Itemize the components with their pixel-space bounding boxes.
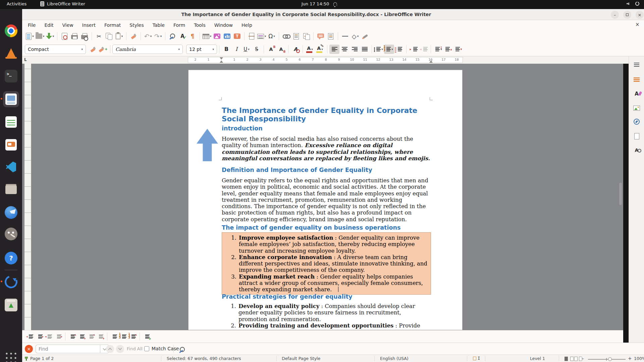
heading-definition[interactable]: Definition and Importance of Gender Equa… — [222, 167, 433, 173]
promote-with-subpoints-button[interactable]: ◂ — [44, 332, 54, 341]
find-all-button[interactable]: Find All — [127, 346, 143, 351]
dock-item-files[interactable] — [3, 182, 19, 198]
dock-item-chrome[interactable] — [3, 23, 19, 39]
italic-button[interactable]: I — [231, 45, 241, 54]
dock-item-show-applications[interactable] — [3, 350, 19, 362]
freeform-line-button[interactable] — [360, 32, 370, 41]
ordered-list-button[interactable]: 1 2 3▾ — [384, 45, 394, 54]
scrollbar-thumb[interactable] — [619, 183, 622, 205]
align-center-button[interactable] — [339, 45, 350, 54]
dock-item-libreoffice-calc[interactable] — [3, 114, 19, 130]
chevron-down-icon[interactable]: ▾ — [265, 35, 266, 38]
menu-item[interactable]: Table — [148, 21, 169, 29]
bookmark-button[interactable] — [291, 32, 301, 41]
spelling-button[interactable]: A✓ — [177, 32, 187, 41]
ruler-strip[interactable]: 21 123456789101112131415161718 — [188, 57, 463, 63]
horizontal-line-button[interactable] — [340, 32, 350, 41]
zoom-slider[interactable] — [588, 359, 626, 360]
cut-button[interactable]: ✂ — [94, 32, 104, 41]
decrease-paragraph-spacing-button[interactable]: ▾ — [453, 45, 463, 54]
copy-button[interactable] — [104, 32, 114, 41]
language-field[interactable]: English (USA) — [380, 356, 409, 361]
align-right-button[interactable] — [350, 45, 360, 54]
vertical-scrollbar[interactable] — [619, 64, 623, 330]
find-input[interactable] — [36, 345, 100, 353]
font-name-combo[interactable]: Cambria ▾ — [112, 45, 183, 54]
dock-item-thunderbird[interactable] — [3, 204, 19, 221]
list-item[interactable]: Develop an equality policy : Companies s… — [238, 303, 431, 322]
horizontal-ruler[interactable]: L 21 123456789101112131415161718 — [22, 56, 644, 64]
list-item[interactable]: Improve employee satisfaction : Gender e… — [238, 235, 431, 254]
bullets-numbering-dialog-button[interactable]: + — [142, 332, 151, 341]
system-status-menu[interactable] — [627, 2, 639, 6]
move-down-with-subpoints-button[interactable]: ▾ — [96, 332, 105, 341]
window-title-bar[interactable]: The Importance of Gender Equality in Cor… — [22, 9, 644, 20]
insert-unnumbered-entry-button[interactable] — [109, 332, 119, 341]
demote-outline-button[interactable]: ▸ — [35, 332, 44, 341]
strikethrough-button[interactable]: S — [252, 45, 262, 54]
find-next-button[interactable] — [116, 345, 124, 353]
zoom-slider-knob[interactable] — [608, 357, 612, 361]
redo-button[interactable]: ↷▾ — [153, 32, 163, 41]
first-line-indent-marker[interactable] — [220, 57, 223, 60]
line-spacing-button[interactable]: ↕▾ — [433, 45, 443, 54]
special-character-button[interactable]: Ω▾ — [267, 32, 277, 41]
demote-with-subpoints-button[interactable]: ▸ — [54, 332, 63, 341]
close-document-icon[interactable]: × — [635, 21, 640, 27]
document-view[interactable]: The Importance of Gender Equality in Cor… — [22, 64, 623, 330]
undo-button[interactable]: ↶▾ — [143, 32, 153, 41]
bold-button[interactable]: B — [221, 45, 231, 54]
menu-item[interactable]: Window — [210, 21, 237, 29]
impact-list[interactable]: Improve employee satisfaction : Gender e… — [222, 235, 431, 293]
increase-paragraph-spacing-button[interactable]: ▴ — [443, 45, 453, 54]
chevron-down-icon[interactable]: ▾ — [81, 48, 83, 51]
word-count-field[interactable]: Selected: 67 words, 490 characters — [167, 356, 241, 361]
export-pdf-button[interactable] — [59, 32, 69, 41]
chevron-down-icon[interactable]: ▾ — [357, 35, 359, 38]
chevron-down-icon[interactable]: ▾ — [53, 35, 54, 38]
chevron-down-icon[interactable]: ▾ — [248, 48, 250, 51]
sidebar-gallery-button[interactable] — [632, 104, 641, 112]
font-size-combo[interactable]: 12 pt ▾ — [186, 45, 217, 54]
sidebar-styles-button[interactable]: A — [632, 89, 641, 98]
superscript-button[interactable]: AB — [266, 45, 276, 54]
move-down-button[interactable]: ▾ — [77, 332, 86, 341]
repeat-numbering-button[interactable]: 1 2 3 — [119, 332, 128, 341]
sidebar-properties-button[interactable] — [632, 75, 641, 84]
subscript-button[interactable]: AB — [276, 45, 286, 54]
match-case-checkbox[interactable] — [144, 346, 149, 351]
paragraph-style-combo[interactable]: Compact ▾ — [25, 45, 86, 54]
menu-item[interactable]: Help — [237, 21, 257, 29]
move-up-button[interactable]: ▴ — [67, 332, 77, 341]
focused-app-menu[interactable]: LibreOffice Writer — [40, 1, 85, 6]
single-page-view-button[interactable] — [565, 357, 568, 361]
minimize-button[interactable]: – — [611, 11, 619, 19]
sidebar-style-inspector-button[interactable]: A — [632, 146, 641, 155]
new-document-button[interactable]: ▾ — [25, 32, 35, 41]
basic-shapes-button[interactable]: ◇▾ — [350, 32, 360, 41]
list-item[interactable]: Enhance corporate innovation : A diverse… — [238, 254, 431, 274]
up-arrow-shape[interactable] — [197, 129, 218, 161]
dock-item-libreoffice-writer[interactable] — [3, 91, 19, 107]
paragraph-definition[interactable]: Gender equality refers to the equal righ… — [222, 177, 433, 223]
heading-introduction[interactable]: introduction — [222, 125, 433, 132]
multi-page-view-button[interactable] — [570, 357, 574, 361]
promote-outline-button[interactable]: ◂ — [25, 332, 35, 341]
insert-chart-button[interactable] — [222, 32, 232, 41]
heading-practical[interactable]: Practical strategies for gender equality — [222, 293, 433, 300]
list-item[interactable]: Providing training and development oppor… — [238, 322, 431, 329]
selected-highlighted-list[interactable]: Improve employee satisfaction : Gender e… — [222, 232, 431, 295]
menu-item[interactable]: Tools — [190, 21, 210, 29]
chevron-down-icon[interactable]: ▾ — [321, 48, 323, 51]
update-style-button[interactable] — [88, 45, 98, 54]
unordered-list-button[interactable]: ▾ — [374, 45, 384, 54]
chevron-down-icon[interactable]: ▾ — [150, 35, 152, 38]
chevron-down-icon[interactable]: ▾ — [212, 48, 214, 51]
sidebar-navigator-button[interactable] — [632, 117, 641, 126]
chevron-down-icon[interactable]: ▾ — [160, 35, 162, 38]
page-count-field[interactable]: Page 1 of 2 — [30, 356, 54, 361]
close-button[interactable]: × — [636, 11, 644, 19]
insert-image-button[interactable] — [212, 32, 222, 41]
clear-formatting-button[interactable]: A — [290, 45, 301, 54]
print-button[interactable] — [69, 32, 79, 41]
